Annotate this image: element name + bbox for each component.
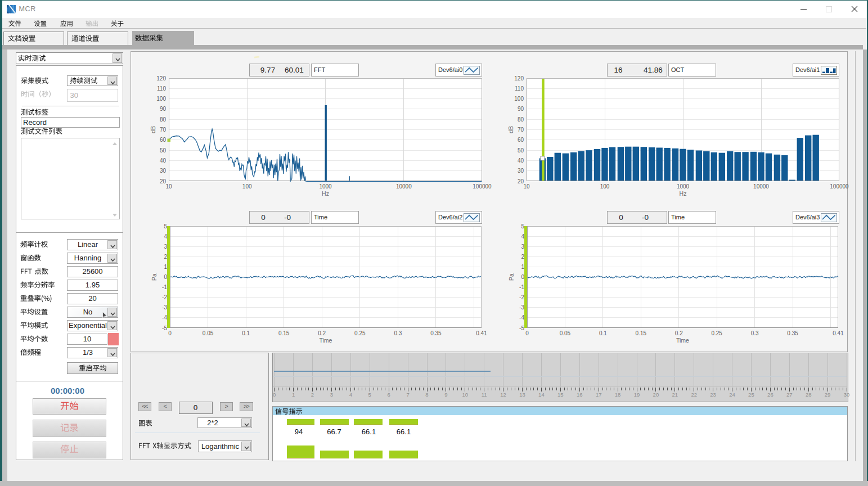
svg-text:7: 7: [406, 392, 409, 398]
svg-text:25: 25: [748, 392, 754, 398]
svg-text:16: 16: [577, 392, 583, 398]
svg-text:17: 17: [596, 392, 602, 398]
svg-text:24: 24: [729, 392, 735, 398]
svg-text:13: 13: [519, 392, 525, 398]
svg-text:11: 11: [482, 392, 487, 398]
svg-text:23: 23: [710, 392, 716, 398]
svg-text:14: 14: [538, 392, 545, 398]
svg-text:4: 4: [349, 392, 352, 398]
svg-text:5: 5: [368, 392, 371, 398]
svg-text:9: 9: [444, 392, 447, 398]
svg-text:12: 12: [500, 392, 506, 398]
svg-text:30: 30: [844, 392, 850, 398]
svg-text:2: 2: [311, 392, 314, 398]
svg-text:6: 6: [388, 392, 390, 398]
svg-text:0: 0: [273, 392, 276, 398]
svg-text:19: 19: [634, 392, 640, 398]
svg-text:21: 21: [672, 392, 678, 398]
svg-text:26: 26: [767, 392, 773, 398]
svg-text:3: 3: [330, 392, 333, 398]
svg-text:27: 27: [786, 392, 793, 398]
svg-text:15: 15: [557, 392, 564, 398]
svg-text:8: 8: [425, 392, 428, 398]
svg-text:18: 18: [615, 392, 621, 398]
svg-text:28: 28: [806, 392, 812, 398]
svg-text:22: 22: [691, 392, 697, 398]
svg-text:20: 20: [653, 392, 659, 398]
svg-text:1: 1: [292, 392, 295, 398]
svg-text:10: 10: [462, 392, 469, 398]
svg-text:29: 29: [825, 392, 831, 398]
